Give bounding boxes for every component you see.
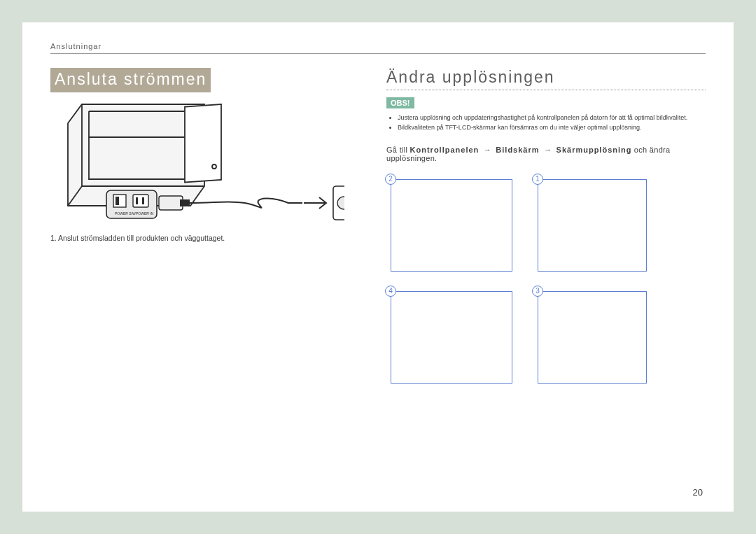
svg-rect-15 (180, 199, 190, 206)
screenshot-grid: 2 1 4 3 (386, 175, 706, 384)
step-number-badge: 2 (385, 174, 396, 185)
svg-text:POWER IN: POWER IN (136, 211, 154, 216)
power-connection-illustration: POWER S/W POWER IN (50, 101, 344, 227)
svg-rect-4 (185, 104, 221, 183)
path-item: Kontrollpanelen (410, 146, 479, 154)
left-column: Ansluta strömmen (50, 68, 358, 384)
content-columns: Ansluta strömmen (50, 68, 706, 384)
screenshot-placeholder: 3 (533, 287, 647, 384)
arrow-icon: → (484, 146, 491, 154)
step-1-text: 1. Anslut strömsladden till produkten oc… (50, 234, 358, 242)
svg-rect-9 (133, 195, 148, 207)
step-number-badge: 4 (385, 286, 396, 297)
note-bullet: Justera upplösning och uppdateringshasti… (398, 113, 706, 122)
path-item: Skärmupplösning (556, 146, 632, 154)
note-bullets: Justera upplösning och uppdateringshasti… (398, 113, 706, 133)
path-item: Bildskärm (496, 146, 539, 154)
note-bullet: Bildkvaliteten på TFT-LCD-skärmar kan fö… (398, 122, 706, 132)
svg-rect-7 (113, 195, 126, 207)
svg-rect-11 (142, 197, 144, 204)
obs-badge: OBS! (386, 97, 414, 108)
screenshot-placeholder: 2 (386, 175, 512, 272)
svg-rect-10 (136, 197, 138, 204)
navigation-path: Gå till Kontrollpanelen → Bildskärm → Sk… (386, 146, 706, 162)
svg-rect-8 (115, 197, 119, 205)
screenshot-placeholder: 4 (386, 287, 512, 384)
path-prefix: Gå till (386, 146, 407, 154)
step-number-badge: 3 (532, 286, 543, 297)
arrow-icon: → (544, 146, 552, 154)
right-column: Ändra upplösningen OBS! Justera upplösni… (386, 68, 706, 384)
heading-change-resolution: Ändra upplösningen (386, 68, 706, 90)
svg-text:POWER S/W: POWER S/W (115, 211, 136, 216)
screenshot-placeholder: 1 (533, 175, 647, 272)
page-number: 20 (693, 487, 703, 498)
heading-connect-power: Ansluta strömmen (50, 68, 211, 92)
step-number-badge: 1 (532, 174, 543, 185)
chapter-header: Anslutningar (50, 42, 706, 54)
svg-rect-14 (159, 196, 183, 210)
manual-page: Anslutningar Ansluta strömmen (22, 22, 734, 512)
